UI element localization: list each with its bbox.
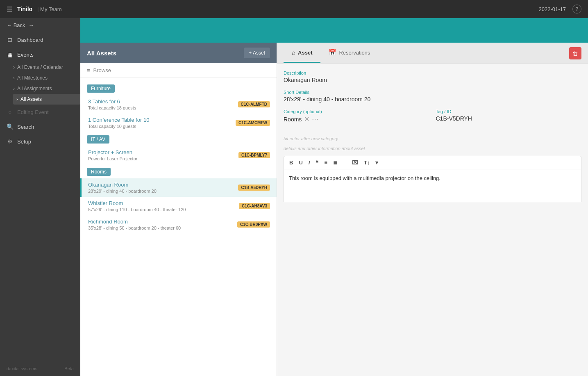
topbar-date: 2022-01-17: [539, 6, 566, 12]
category-more-button[interactable]: ⋯: [312, 115, 318, 123]
asset-detail: Powerful Laser Projector: [88, 156, 238, 161]
gear-icon: ⚙: [7, 138, 13, 145]
sidebar-item-events[interactable]: ▦ Events: [0, 47, 80, 62]
sidebar-item-all-assets[interactable]: › All Assets: [13, 94, 80, 105]
asset-name: Projector + Screen: [88, 149, 238, 155]
hamburger-icon[interactable]: ☰: [7, 5, 12, 13]
asset-row-info: Projector + Screen Powerful Laser Projec…: [88, 149, 238, 161]
more-options-button[interactable]: ▾: [373, 159, 380, 166]
tab-reservations-label: Reservations: [339, 50, 370, 56]
sidebar-item-label: Setup: [17, 139, 31, 145]
tag-label: Tag / ID: [436, 109, 582, 114]
text-size-button[interactable]: T↕: [362, 159, 372, 166]
sidebar-item-label: Dashboard: [17, 37, 43, 43]
browse-icon: ≡: [87, 67, 90, 73]
category-itav: IT / AV: [87, 135, 109, 144]
asset-name: Okanagan Room: [88, 182, 238, 188]
editor-toolbar: B U I ❝ ≡ ≣ — ⌧ T↕ ▾: [284, 156, 581, 169]
dashboard-icon: ⊟: [7, 36, 13, 43]
asset-row-info: Whistler Room 57'x29' - dining 110 - boa…: [88, 200, 239, 212]
asset-name: Richmond Room: [88, 219, 237, 225]
category-hint: hit enter after new category: [284, 136, 581, 141]
description-label: Description: [284, 71, 581, 75]
asset-row[interactable]: 3 Tables for 6 Total capacity 18 guests …: [80, 95, 277, 114]
clear-format-button[interactable]: ⌧: [350, 159, 360, 166]
browse-label: Browse: [93, 67, 111, 73]
footer-version: Beta: [64, 366, 74, 371]
asset-tab-icon: ⌂: [292, 49, 295, 56]
ordered-list-button[interactable]: ≣: [331, 159, 340, 166]
asset-badge: C1C-AH8AV3: [239, 203, 270, 209]
chevron-icon: ›: [13, 64, 15, 70]
underline-button[interactable]: U: [297, 159, 304, 166]
back-button[interactable]: ← Back: [7, 22, 25, 28]
detail-header: ⌂ Asset 📅 Reservations 🗑: [277, 43, 588, 64]
asset-badge: C1C-ALMFTD: [238, 101, 270, 107]
asset-row-info: 3 Tables for 6 Total capacity 18 guests: [88, 98, 238, 110]
main-layout: ← Back → ⊟ Dashboard ▦ Events › All Even…: [0, 18, 588, 376]
asset-detail: 57'x29' - dining 110 - boardroom 40 - th…: [88, 207, 239, 212]
sidebar-nav: ← Back →: [0, 18, 80, 32]
quote-button[interactable]: ❝: [313, 159, 320, 166]
category-clear-button[interactable]: ✕: [304, 115, 309, 123]
content: All Assets + Asset ≡ Browse Furniture 3 …: [80, 18, 588, 376]
help-icon[interactable]: ?: [572, 5, 581, 14]
asset-list: Furniture 3 Tables for 6 Total capacity …: [80, 78, 277, 376]
delete-button[interactable]: 🗑: [569, 47, 581, 59]
asset-row-info: Richmond Room 35'x28' - dining 50 - boar…: [88, 219, 237, 230]
sidebar-subnav: › All Events / Calendar › All Milestones…: [0, 62, 80, 105]
sidebar-item-label: Events: [17, 52, 34, 58]
category-furniture: Furniture: [87, 84, 115, 93]
app-title: Tinilo: [17, 6, 32, 12]
sidebar-item-all-milestones[interactable]: › All Milestones: [13, 73, 80, 83]
asset-panel-title: All Assets: [87, 50, 116, 57]
bold-button[interactable]: B: [287, 159, 295, 166]
sidebar-item-search[interactable]: 🔍 Search: [0, 119, 80, 134]
editor-content[interactable]: This room is equipped with a multimedia …: [284, 169, 581, 202]
tab-asset-label: Asset: [298, 50, 312, 56]
teal-header: [80, 18, 588, 43]
app-team: | My Team: [37, 6, 61, 12]
asset-row[interactable]: 1 Conference Table for 10 Total capacity…: [80, 114, 277, 132]
forward-button[interactable]: →: [29, 22, 34, 28]
category-field: Rooms ✕ ⋯: [284, 115, 429, 123]
asset-name: 1 Conference Table for 10: [88, 117, 236, 123]
short-details-label: Short Details: [284, 90, 581, 95]
asset-badge: C1C-BR0PXW: [237, 221, 270, 228]
sidebar-item-all-assignments[interactable]: › All Assignments: [13, 83, 80, 94]
bullet-list-button[interactable]: ≡: [322, 159, 329, 166]
description-value: Okanagan Room: [284, 77, 581, 83]
asset-badge: C1C-AMCMFW: [236, 120, 270, 126]
asset-row[interactable]: Whistler Room 57'x29' - dining 110 - boa…: [80, 197, 277, 215]
tab-asset[interactable]: ⌂ Asset: [284, 43, 320, 63]
tab-reservations[interactable]: 📅 Reservations: [320, 43, 378, 63]
sidebar-item-setup[interactable]: ⚙ Setup: [0, 134, 80, 149]
italic-button[interactable]: I: [306, 159, 312, 166]
description-field: Description Okanagan Room: [284, 71, 581, 83]
sidebar-item-dashboard[interactable]: ⊟ Dashboard: [0, 32, 80, 47]
sidebar-item-label: Editing Event: [17, 109, 49, 115]
asset-row-info: Okanagan Room 28'x29' - dining 40 - boar…: [88, 182, 238, 194]
asset-detail: Total capacity 10 guests: [88, 124, 236, 129]
asset-detail: 35'x28' - dining 50 - boardroom 20 - the…: [88, 226, 237, 230]
category-value: Rooms: [284, 116, 302, 123]
sidebar-footer: daxital systems Beta: [0, 361, 80, 376]
add-asset-button[interactable]: + Asset: [244, 48, 270, 58]
footer-brand: daxital systems: [7, 366, 37, 371]
category-tag-row: Category (optional) Rooms ✕ ⋯ Tag / ID C…: [284, 109, 581, 130]
sidebar: ← Back → ⊟ Dashboard ▦ Events › All Even…: [0, 18, 80, 376]
short-details-value: 28'x29' - dining 40 - boardroom 20: [284, 96, 581, 103]
detail-body: Description Okanagan Room Short Details …: [277, 64, 588, 376]
asset-row[interactable]: Richmond Room 35'x28' - dining 50 - boar…: [80, 215, 277, 234]
editing-event-icon: ○: [7, 109, 13, 115]
asset-detail: 28'x29' - dining 40 - boardroom 20: [88, 189, 238, 194]
asset-row[interactable]: Okanagan Room 28'x29' - dining 40 - boar…: [80, 178, 277, 197]
sidebar-item-label: Search: [17, 124, 34, 130]
sidebar-item-all-events[interactable]: › All Events / Calendar: [13, 62, 80, 73]
asset-panel: All Assets + Asset ≡ Browse Furniture 3 …: [80, 43, 277, 376]
chevron-icon: ›: [16, 96, 18, 102]
panel-row: All Assets + Asset ≡ Browse Furniture 3 …: [80, 43, 588, 376]
asset-name: 3 Tables for 6: [88, 98, 238, 105]
asset-row[interactable]: Projector + Screen Powerful Laser Projec…: [80, 146, 277, 164]
category-rooms: Rooms: [87, 168, 111, 176]
